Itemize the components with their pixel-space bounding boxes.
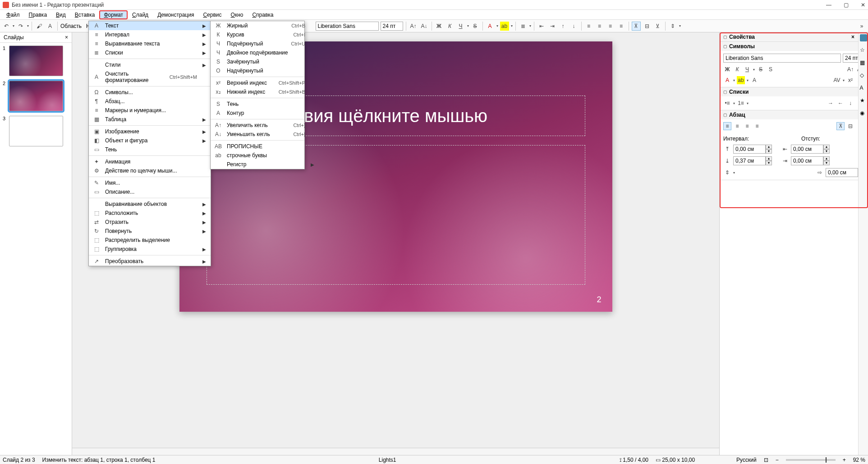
text-submenu-item-17[interactable]: abстрочные буквы (211, 151, 319, 160)
text-submenu-item-14[interactable]: A↓Уменьшить кегльCtrl+[ (211, 130, 319, 139)
text-submenu-item-1[interactable]: ККурсивCtrl+I (211, 30, 319, 39)
format-menu-item-3[interactable]: ≣Списки▶ (89, 48, 211, 57)
align-center-button[interactable]: ≡ (595, 22, 604, 31)
text-submenu-item-7[interactable]: x²Верхний индексCtrl+Shift+P (211, 78, 319, 87)
format-menu-item-20[interactable]: ✎Имя... (89, 178, 211, 187)
font-color-button[interactable]: A (486, 22, 495, 31)
menu-демонстрация[interactable]: Демонстрация (153, 11, 198, 19)
align-left-button[interactable]: ≡ (584, 22, 593, 31)
format-menu-item-10[interactable]: ≡Маркеры и нумерация... (89, 106, 211, 115)
zoom-in-button[interactable]: + (843, 457, 846, 463)
movedown-button[interactable]: ↓ (569, 22, 579, 31)
sym-highlight[interactable]: ab (737, 76, 745, 84)
sym-superscript[interactable]: x² (846, 76, 854, 84)
format-menu-item-28[interactable]: ⬚Группировка▶ (89, 245, 211, 254)
decrease-font-icon[interactable]: A↓ (420, 22, 429, 31)
menu-справка[interactable]: Справка (248, 11, 278, 19)
sp-after-input[interactable] (733, 156, 766, 165)
toolbar-overflow[interactable]: » (857, 22, 866, 31)
align-justify-button[interactable]: ≡ (617, 22, 626, 31)
sym-inc-size[interactable]: A↑ (846, 65, 854, 73)
p-align-left[interactable]: ≡ (723, 122, 731, 130)
bullets-button[interactable]: ≣ (519, 22, 528, 31)
text-submenu-item-0[interactable]: ЖЖирныйCtrl+B (211, 21, 319, 30)
menu-вставка[interactable]: Вставка (70, 11, 100, 19)
valign-top-button[interactable]: ⊼ (632, 22, 641, 31)
tab-styles-icon[interactable]: A (860, 85, 867, 92)
font-size-input[interactable] (381, 22, 403, 31)
undo-button[interactable]: ↶ (2, 22, 11, 31)
text-submenu-item-3[interactable]: ЧДвойное подчёркивание (211, 48, 319, 57)
p-valign-mid[interactable]: ⊟ (846, 122, 854, 130)
format-menu-item-2[interactable]: ≡Выравнивание текста▶ (89, 39, 211, 48)
format-menu-item-8[interactable]: ΩСимволы... (89, 88, 211, 97)
text-submenu-item-2[interactable]: ЧПодчёркнутыйCtrl+U (211, 39, 319, 48)
format-menu-item-1[interactable]: ≡Интервал▶ (89, 30, 211, 39)
bold-button[interactable]: Ж (435, 22, 444, 31)
p-align-center[interactable]: ≡ (733, 122, 741, 130)
format-menu-item-30[interactable]: ↗Преобразовать▶ (89, 257, 211, 266)
format-menu-item-9[interactable]: ¶Абзац... (89, 97, 211, 106)
sym-underline[interactable]: Ч (743, 65, 751, 73)
valign-bot-button[interactable]: ⊻ (653, 22, 662, 31)
list-demote[interactable]: → (827, 99, 835, 107)
outdent-button[interactable]: ⇤ (537, 22, 546, 31)
clear-format-icon[interactable]: A (46, 22, 55, 31)
text-submenu-item-16[interactable]: ABПРОПИСНЫЕ (211, 142, 319, 151)
menu-слайд[interactable]: Слайд (128, 11, 153, 19)
menu-окно[interactable]: Окно (226, 11, 248, 19)
font-name-input[interactable] (316, 22, 379, 31)
sym-shadow[interactable]: S (767, 65, 775, 73)
format-menu-item-25[interactable]: ⇄Отразить▶ (89, 218, 211, 227)
menu-вид[interactable]: Вид (51, 11, 70, 19)
zoom-fit-icon[interactable]: ⊡ (764, 457, 768, 463)
format-menu-item-11[interactable]: ▦Таблица▶ (89, 115, 211, 124)
sym-clear[interactable]: A (750, 76, 758, 84)
tab-transitions-icon[interactable]: ◉ (860, 110, 867, 117)
sym-strike[interactable]: S (757, 65, 765, 73)
format-menu-item-27[interactable]: ⬚Распределить выделение (89, 236, 211, 245)
italic-button[interactable]: К (445, 22, 455, 31)
format-menu-item-15[interactable]: ▭Тень (89, 145, 211, 154)
sym-italic[interactable]: К (733, 65, 741, 73)
tab-animation-icon[interactable]: ★ (860, 97, 867, 105)
line-spacing-icon[interactable]: ⇕ (723, 168, 731, 177)
strike-button[interactable]: S (471, 22, 480, 31)
redo-button[interactable]: ↷ (16, 22, 25, 31)
highlight-button[interactable]: ab (500, 22, 509, 31)
format-menu-item-13[interactable]: ▣Изображение▶ (89, 127, 211, 136)
maximize-button[interactable]: ▢ (843, 2, 849, 8)
tab-navigator-icon[interactable]: ◇ (860, 72, 867, 79)
format-menu-item-17[interactable]: ✦Анимация (89, 157, 211, 166)
menu-файл[interactable]: Файл (2, 11, 24, 19)
align-right-button[interactable]: ≡ (606, 22, 615, 31)
text-submenu-item-11[interactable]: AКонтур (211, 109, 319, 118)
slide-thumb-2[interactable]: 2 (3, 81, 69, 111)
sym-spacing[interactable]: AV (833, 76, 841, 84)
horizontal-scrollbar[interactable] (72, 448, 719, 455)
ind-before-input[interactable] (791, 145, 823, 154)
ind-first-input[interactable] (826, 168, 858, 177)
sym-font-color[interactable]: A (723, 76, 731, 84)
brush-icon[interactable]: 🖌 (35, 22, 44, 31)
ind-after-input[interactable] (791, 156, 823, 165)
format-menu-item-5[interactable]: Стили▶ (89, 60, 211, 69)
symbols-font-name[interactable] (723, 54, 841, 63)
text-submenu-item-13[interactable]: A↑Увеличить кегльCtrl+] (211, 121, 319, 130)
format-menu-item-21[interactable]: ▭Описание... (89, 187, 211, 196)
tab-templates-icon[interactable]: ☆ (860, 47, 867, 54)
increase-font-icon[interactable]: A↑ (409, 22, 418, 31)
zoom-out-button[interactable]: − (776, 457, 779, 463)
status-zoom[interactable]: 92 % (853, 457, 865, 463)
menu-сервис[interactable]: Сервис (198, 11, 226, 19)
moveup-button[interactable]: ↑ (559, 22, 568, 31)
props-close-icon[interactable]: × (851, 34, 854, 40)
format-menu-item-18[interactable]: ⚙Действие по щелчку мыши... (89, 166, 211, 175)
text-submenu-item-8[interactable]: x₂Нижний индексCtrl+Shift+B (211, 87, 319, 96)
menu-формат[interactable]: Формат (99, 10, 128, 19)
slides-panel-close[interactable]: × (65, 34, 68, 41)
menu-правка[interactable]: Правка (24, 11, 52, 19)
slide-thumb-3[interactable]: 3 (3, 116, 69, 146)
sym-bold[interactable]: Ж (723, 65, 731, 73)
format-menu-item-26[interactable]: ↻Повернуть▶ (89, 227, 211, 236)
